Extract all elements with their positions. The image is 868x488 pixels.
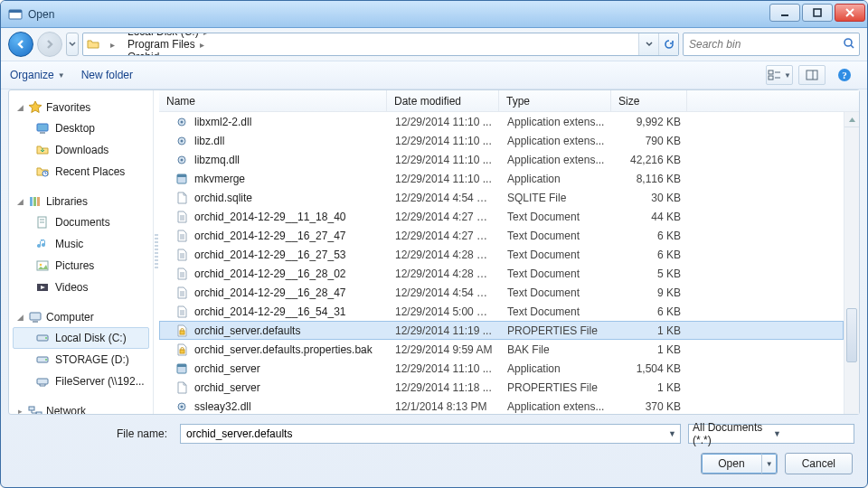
recent-locations-button[interactable] xyxy=(66,33,79,56)
open-split-dropdown[interactable]: ▼ xyxy=(762,460,777,468)
nav-item[interactable]: FileServer (\\192... xyxy=(13,371,149,392)
open-dialog-window: Open ▸ Computer▸Local Disk (C:)▸Program … xyxy=(0,0,868,488)
file-icon xyxy=(175,267,189,281)
svg-rect-14 xyxy=(37,124,48,131)
nav-item-icon xyxy=(35,215,50,230)
filename-input[interactable] xyxy=(184,427,668,441)
file-list-pane: Name Date modified Type Size libxml2-2.d… xyxy=(159,90,859,414)
file-row[interactable]: orchid_2014-12-29__16_28_0212/29/2014 4:… xyxy=(159,264,844,283)
breadcrumb-separator[interactable]: ▸ xyxy=(103,33,122,55)
svg-rect-62 xyxy=(180,350,184,353)
filename-combobox[interactable]: ▼ xyxy=(180,424,681,444)
svg-point-38 xyxy=(181,139,184,142)
nav-item-icon xyxy=(35,121,50,136)
window-title: Open xyxy=(28,8,54,21)
nav-item[interactable]: Local Disk (C:) xyxy=(13,327,149,349)
help-button[interactable]: ? xyxy=(831,65,858,85)
svg-rect-32 xyxy=(37,379,48,384)
nav-item-icon xyxy=(35,331,50,345)
address-dropdown-button[interactable] xyxy=(638,33,658,55)
file-row[interactable]: libxml2-2.dll12/29/2014 11:10 ...Applica… xyxy=(159,112,844,131)
maximize-button[interactable] xyxy=(802,4,833,22)
libraries-icon xyxy=(28,194,42,209)
file-row[interactable]: orchid_2014-12-29__16_27_5312/29/2014 4:… xyxy=(159,245,844,264)
favorites-header[interactable]: ◢ Favorites xyxy=(13,98,149,117)
refresh-button[interactable] xyxy=(658,33,678,55)
cancel-button[interactable]: Cancel xyxy=(785,453,853,474)
svg-rect-33 xyxy=(29,407,34,410)
file-icon xyxy=(175,380,189,395)
column-date[interactable]: Date modified xyxy=(387,90,499,111)
file-row[interactable]: orchid_server12/29/2014 11:18 ...PROPERT… xyxy=(159,378,844,397)
address-bar[interactable]: ▸ Computer▸Local Disk (C:)▸Program Files… xyxy=(82,33,679,56)
file-row[interactable]: orchid_server12/29/2014 11:10 ...Applica… xyxy=(159,359,844,378)
new-folder-button[interactable]: New folder xyxy=(81,69,133,81)
view-options-button[interactable]: ▼ xyxy=(766,65,793,85)
nav-item[interactable]: STORAGE (D:) xyxy=(13,349,149,371)
file-icon xyxy=(175,172,189,186)
svg-rect-17 xyxy=(30,197,33,206)
svg-rect-15 xyxy=(40,132,45,134)
back-button[interactable] xyxy=(8,32,33,57)
preview-pane-button[interactable] xyxy=(798,65,826,85)
vertical-scrollbar[interactable] xyxy=(844,112,859,414)
nav-item[interactable]: Downloads xyxy=(13,139,149,161)
file-row[interactable]: orchid_2014-12-29__11_18_4012/29/2014 4:… xyxy=(159,207,844,226)
file-icon xyxy=(175,305,189,319)
file-row[interactable]: mkvmerge12/29/2014 11:10 ...Application8… xyxy=(159,169,844,188)
title-bar: Open xyxy=(1,1,867,28)
folder-icon xyxy=(83,37,103,52)
search-icon xyxy=(843,37,855,52)
nav-item[interactable]: Desktop xyxy=(13,117,149,139)
file-row[interactable]: orchid_2014-12-29__16_27_4712/29/2014 4:… xyxy=(159,226,844,245)
file-row[interactable]: orchid.sqlite12/29/2014 4:54 PMSQLITE Fi… xyxy=(159,188,844,207)
file-row[interactable]: ssleay32.dll12/1/2014 8:13 PMApplication… xyxy=(159,397,844,414)
column-type[interactable]: Type xyxy=(499,90,611,111)
svg-rect-27 xyxy=(33,321,38,323)
column-name[interactable]: Name xyxy=(159,90,387,111)
libraries-header[interactable]: ◢ Libraries xyxy=(13,192,149,211)
column-size[interactable]: Size xyxy=(611,90,687,111)
organize-menu[interactable]: Organize▼ xyxy=(10,69,65,81)
close-button[interactable] xyxy=(835,4,865,22)
svg-rect-42 xyxy=(177,174,186,177)
file-icon xyxy=(175,153,189,167)
star-icon xyxy=(28,100,42,115)
breadcrumb-segment[interactable]: Orchid▸ xyxy=(122,51,215,56)
nav-item-icon xyxy=(35,237,50,251)
network-icon xyxy=(28,404,42,414)
nav-item[interactable]: Music xyxy=(13,233,149,255)
search-box[interactable] xyxy=(683,33,860,56)
file-row[interactable]: orchid_server.defaults.properties.bak12/… xyxy=(159,340,844,359)
column-headers: Name Date modified Type Size xyxy=(159,90,859,112)
computer-header[interactable]: ◢ Computer xyxy=(13,307,149,327)
svg-rect-64 xyxy=(177,364,186,367)
file-row[interactable]: orchid_2014-12-29__16_54_3112/29/2014 5:… xyxy=(159,302,844,321)
svg-rect-61 xyxy=(180,331,184,334)
breadcrumb-segment[interactable]: Program Files▸ xyxy=(122,38,215,51)
nav-item[interactable]: Videos xyxy=(13,277,149,298)
file-row[interactable]: orchid_server.defaults12/29/2014 11:19 .… xyxy=(159,321,844,340)
open-button[interactable]: Open▼ xyxy=(701,453,777,474)
chevron-down-icon[interactable]: ▼ xyxy=(668,429,676,438)
svg-point-24 xyxy=(40,264,42,267)
svg-point-31 xyxy=(45,359,47,361)
nav-item[interactable]: Recent Places xyxy=(13,161,149,183)
nav-item[interactable]: Documents xyxy=(13,211,149,233)
search-input[interactable] xyxy=(687,37,839,52)
file-filter-combobox[interactable]: All Documents (*.*) ▼ xyxy=(688,424,854,444)
forward-button[interactable] xyxy=(37,32,62,57)
file-row[interactable]: libzmq.dll12/29/2014 11:10 ...Applicatio… xyxy=(159,150,844,169)
file-row[interactable]: libz.dll12/29/2014 11:10 ...Application … xyxy=(159,131,844,150)
network-header[interactable]: ▸ Network xyxy=(13,401,149,414)
app-icon xyxy=(8,7,23,22)
file-list[interactable]: libxml2-2.dll12/29/2014 11:10 ...Applica… xyxy=(159,112,844,414)
navigation-pane[interactable]: ◢ Favorites DesktopDownloadsRecent Place… xyxy=(9,90,154,414)
file-row[interactable]: orchid_2014-12-29__16_28_4712/29/2014 4:… xyxy=(159,283,844,302)
nav-item[interactable]: Pictures xyxy=(13,255,149,277)
chevron-down-icon: ▼ xyxy=(773,429,850,438)
svg-point-29 xyxy=(45,337,47,339)
file-icon xyxy=(175,343,189,357)
file-icon xyxy=(175,399,189,414)
minimize-button[interactable] xyxy=(769,4,800,22)
